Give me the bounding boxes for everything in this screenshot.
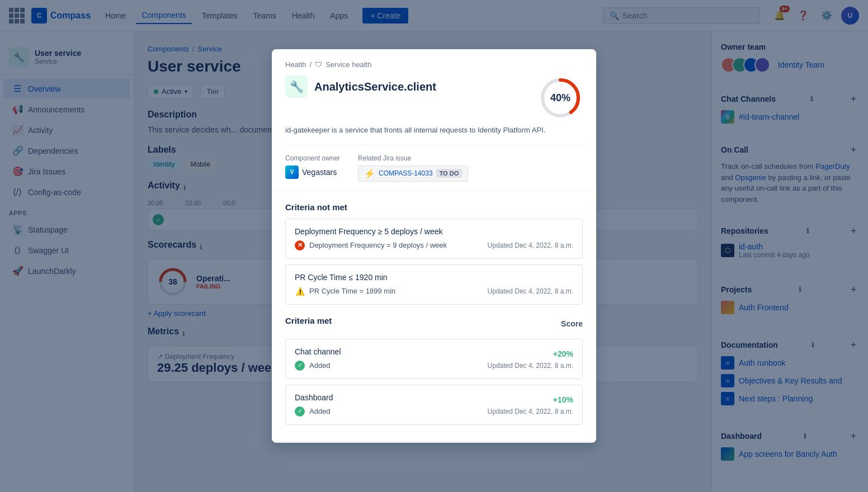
criteria-met-status-0: ✓ Added: [295, 361, 331, 371]
criteria-met-row-0: ✓ Added Updated Dec 4, 2022, 8 a.m.: [295, 361, 573, 371]
success-icon-1: ✓: [295, 406, 305, 417]
criteria-met-title-1: Dashboard: [295, 393, 333, 402]
criteria-met-text-1: Added: [309, 407, 331, 415]
modal-breadcrumb: Health / 🛡 Service health: [285, 60, 583, 69]
criteria-met-card-1: Dashboard +10% ✓ Added Updated Dec 4, 20…: [285, 385, 583, 425]
modal: Health / 🛡 Service health 🔧 AnalyticsSer…: [272, 49, 596, 443]
jira-link[interactable]: ⚡ COMPASS-14033 TO DO: [358, 165, 468, 182]
criteria-card-status-0: ✕ Deployment Frequency = 9 deploys / wee…: [295, 240, 447, 250]
owner-name[interactable]: Vegastars: [302, 168, 337, 177]
criteria-not-met-title: Criteria not met: [285, 202, 583, 212]
modal-owner-value: V Vegastars: [285, 165, 340, 179]
jira-icon: ⚡: [364, 168, 375, 179]
criteria-card-1: PR Cycle Time ≤ 1920 min ⚠️ PR Cycle Tim…: [285, 264, 583, 305]
modal-owner-label: Component owner: [285, 154, 340, 162]
criteria-card-0: Deployment Frequency ≥ 5 deploys / week …: [285, 219, 583, 259]
modal-overlay[interactable]: Health / 🛡 Service health 🔧 AnalyticsSer…: [0, 0, 868, 492]
criteria-met-header: Criteria met Score: [285, 316, 583, 332]
criteria-met-title: Criteria met: [285, 316, 332, 325]
modal-score-percent: 40%: [550, 92, 570, 104]
criteria-met-row-top-0: Chat channel +20%: [295, 347, 573, 361]
modal-breadcrumb-service[interactable]: Service health: [326, 60, 371, 69]
modal-meta: Component owner V Vegastars Related Jira…: [285, 145, 583, 182]
criteria-card-title-1: PR Cycle Time ≤ 1920 min: [295, 273, 573, 282]
criteria-met-status-1: ✓ Added: [295, 406, 331, 417]
modal-title: AnalyticsService.client: [314, 81, 436, 93]
criteria-met-row-top-1: Dashboard +10%: [295, 393, 573, 406]
modal-breadcrumb-shield-icon: 🛡: [315, 60, 322, 69]
criteria-card-row-1: ⚠️ PR Cycle Time = 1899 min Updated Dec …: [295, 286, 573, 296]
criteria-status-text-1: PR Cycle Time = 1899 min: [309, 287, 395, 295]
modal-meta-jira: Related Jira issue ⚡ COMPASS-14033 TO DO: [358, 154, 468, 182]
success-icon-0: ✓: [295, 361, 305, 371]
criteria-card-row-0: ✕ Deployment Frequency = 9 deploys / wee…: [295, 240, 573, 250]
criteria-card-status-1: ⚠️ PR Cycle Time = 1899 min: [295, 286, 395, 296]
modal-jira-label: Related Jira issue: [358, 154, 468, 162]
modal-breadcrumb-health[interactable]: Health: [285, 60, 306, 69]
modal-header: Health / 🛡 Service health 🔧 AnalyticsSer…: [272, 49, 596, 191]
criteria-met-text-0: Added: [309, 361, 331, 370]
criteria-card-title-0: Deployment Frequency ≥ 5 deploys / week: [295, 227, 573, 236]
modal-score-ring: 40%: [538, 75, 583, 120]
criteria-met-card-0: Chat channel +20% ✓ Added Updated Dec 4,…: [285, 339, 583, 379]
criteria-met-date-0: Updated Dec 4, 2022, 8 a.m.: [488, 362, 573, 370]
vegastars-icon: V: [285, 165, 299, 179]
criteria-date-0: Updated Dec 4, 2022, 8 a.m.: [488, 242, 573, 249]
modal-body: Criteria not met Deployment Frequency ≥ …: [272, 191, 596, 442]
modal-meta-owner: Component owner V Vegastars: [285, 154, 340, 182]
criteria-met-row-1: ✓ Added Updated Dec 4, 2022, 8 a.m.: [295, 406, 573, 417]
criteria-met-score-1: +10%: [553, 395, 573, 404]
jira-todo: TO DO: [436, 169, 463, 178]
warn-icon-1: ⚠️: [295, 286, 305, 296]
modal-jira-value: ⚡ COMPASS-14033 TO DO: [358, 165, 468, 182]
score-column-label: Score: [561, 319, 583, 328]
modal-description: id-gatekeeper is a service that fronts a…: [285, 125, 583, 136]
modal-title-row: 🔧 AnalyticsService.client 40%: [285, 75, 583, 120]
jira-id: COMPASS-14033: [379, 169, 433, 177]
modal-footer: Close Create Jira issue: [272, 442, 596, 443]
criteria-met-date-1: Updated Dec 4, 2022, 8 a.m.: [488, 408, 573, 415]
criteria-status-text-0: Deployment Frequency = 9 deploys / week: [309, 241, 447, 249]
criteria-met-title-0: Chat channel: [295, 347, 341, 356]
modal-title-left: 🔧 AnalyticsService.client: [285, 75, 436, 98]
criteria-met-score-0: +20%: [553, 349, 573, 358]
modal-service-icon: 🔧: [285, 75, 308, 98]
error-icon-0: ✕: [295, 240, 305, 250]
criteria-date-1: Updated Dec 4, 2022, 8 a.m.: [488, 287, 573, 295]
